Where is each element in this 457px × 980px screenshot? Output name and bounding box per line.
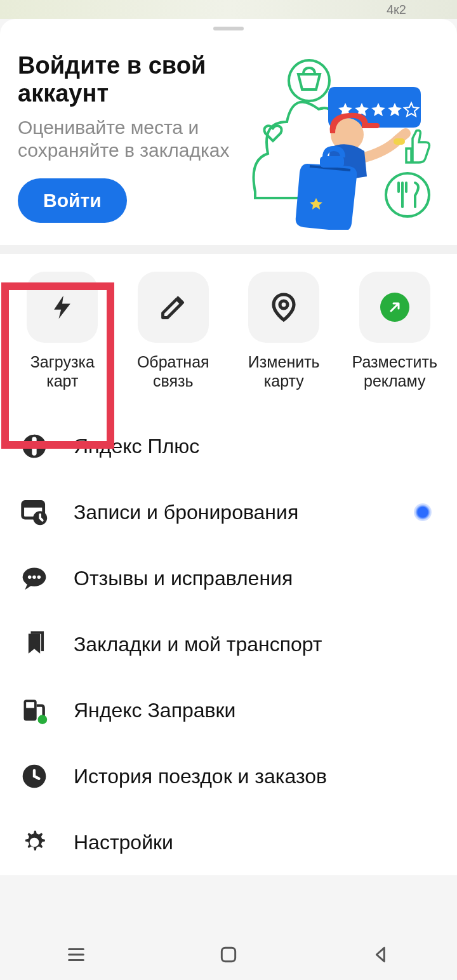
chat-icon (20, 564, 48, 592)
svg-rect-3 (394, 138, 405, 145)
menu-item-label: Записи и бронирования (74, 501, 388, 524)
menu-item-bookings[interactable]: Записи и бронирования (0, 479, 457, 545)
svg-point-0 (289, 60, 329, 101)
arrow-up-green-icon (359, 272, 430, 343)
login-title: Войдите в свой аккаунт (18, 52, 239, 107)
login-subtitle: Оценивайте места и сохраняйте в закладка… (18, 116, 239, 162)
menu-item-label: Яндекс Плюс (74, 435, 437, 458)
pin-icon (248, 272, 319, 343)
quick-action-edit-map[interactable]: Изменить карту (235, 272, 333, 390)
menu-item-label: Настройки (74, 831, 437, 854)
pencil-icon (138, 272, 209, 343)
notification-dot-icon (414, 503, 432, 521)
svg-point-20 (31, 839, 38, 846)
menu-item-settings[interactable]: Настройки (0, 809, 457, 875)
svg-point-14 (32, 575, 36, 579)
login-illustration (249, 52, 439, 230)
menu-item-fuel[interactable]: Яндекс Заправки (0, 677, 457, 743)
svg-rect-4 (320, 156, 344, 168)
quick-action-label: Обратная связь (125, 353, 222, 390)
clock-icon (20, 762, 48, 790)
quick-action-label: Разместить рекламу (347, 353, 444, 390)
svg-point-15 (37, 575, 41, 579)
menu-item-label: Отзывы и исправления (74, 567, 437, 590)
svg-rect-21 (222, 948, 235, 961)
quick-actions-row: Загрузка карт Обратная связь Изменить ка… (0, 254, 457, 406)
menu-item-label: Закладки и мой транспорт (74, 633, 437, 656)
quick-action-advertise[interactable]: Разместить рекламу (347, 272, 444, 390)
quick-action-label: Загрузка карт (14, 353, 111, 390)
system-navbar (0, 929, 457, 980)
fuel-icon (20, 696, 48, 724)
quick-action-label: Изменить карту (235, 353, 333, 390)
menu-item-bookmarks[interactable]: Закладки и мой транспорт (0, 611, 457, 677)
svg-rect-17 (26, 702, 34, 708)
menu-sheet: Войдите в свой аккаунт Оценивайте места … (0, 19, 457, 875)
plus-circle-icon (20, 432, 48, 460)
bolt-icon (27, 272, 98, 343)
menu-item-reviews[interactable]: Отзывы и исправления (0, 545, 457, 611)
calendar-clock-icon (20, 498, 48, 526)
menu-item-history[interactable]: История поездок и заказов (0, 743, 457, 809)
nav-recents-button[interactable] (61, 939, 91, 970)
login-text-block: Войдите в свой аккаунт Оценивайте места … (18, 52, 239, 230)
menu-item-label: История поездок и заказов (74, 765, 437, 788)
menu-list: Яндекс Плюс Записи и бронирования Отзывы… (0, 406, 457, 875)
gear-icon (20, 828, 48, 856)
login-button[interactable]: Войти (18, 178, 127, 223)
svg-point-1 (386, 173, 429, 216)
svg-point-13 (28, 575, 31, 579)
svg-point-5 (280, 301, 288, 308)
drag-handle[interactable] (213, 27, 244, 30)
svg-rect-10 (23, 502, 44, 508)
quick-action-feedback[interactable]: Обратная связь (125, 272, 222, 390)
menu-item-label: Яндекс Заправки (74, 699, 437, 722)
login-card: Войдите в свой аккаунт Оценивайте места … (0, 42, 457, 254)
nav-home-button[interactable] (213, 939, 244, 970)
quick-action-download-maps[interactable]: Загрузка карт (14, 272, 111, 390)
bookmark-icon (20, 630, 48, 658)
map-building-label: 4к2 (387, 3, 406, 17)
map-background: 4к2 (0, 0, 457, 19)
svg-point-18 (38, 715, 48, 724)
menu-item-yandex-plus[interactable]: Яндекс Плюс (0, 413, 457, 479)
nav-back-button[interactable] (366, 939, 396, 970)
